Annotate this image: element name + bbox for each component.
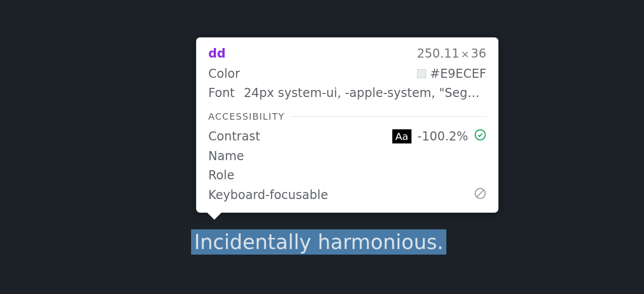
- font-value: 24px system-ui, -apple-system, "Segoe…: [244, 86, 486, 100]
- color-swatch-icon: [417, 69, 426, 78]
- keyboard-focusable-value: [474, 187, 486, 203]
- section-divider: [291, 116, 486, 117]
- keyboard-focusable-row: Keyboard-focusable: [208, 187, 486, 203]
- accessibility-title: ACCESSIBILITY: [208, 111, 285, 122]
- contrast-label: Contrast: [208, 129, 260, 143]
- inspector-tooltip: dd 250.11×36 Color #E9ECEF Font 24px sys…: [196, 37, 498, 213]
- role-label: Role: [208, 168, 235, 182]
- contrast-badge: Aa: [392, 129, 411, 143]
- keyboard-focusable-label: Keyboard-focusable: [208, 188, 328, 202]
- name-row: Name: [208, 149, 486, 163]
- contrast-value-group: Aa -100.2%: [392, 129, 486, 144]
- font-row: Font 24px system-ui, -apple-system, "Seg…: [208, 86, 486, 100]
- prohibit-icon: [474, 187, 486, 203]
- color-label: Color: [208, 67, 240, 81]
- highlighted-element[interactable]: Incidentally harmonious.: [191, 229, 446, 255]
- name-label: Name: [208, 149, 244, 163]
- element-tag: dd: [208, 46, 225, 61]
- color-row: Color #E9ECEF: [208, 67, 486, 81]
- font-label: Font: [208, 86, 235, 100]
- dimension-width: 250.11: [417, 46, 459, 61]
- dimension-height: 36: [471, 46, 486, 61]
- dimension-times-icon: ×: [459, 48, 471, 60]
- element-dimensions: 250.11×36: [417, 46, 486, 61]
- tooltip-header: dd 250.11×36: [208, 46, 486, 61]
- accessibility-section-header: ACCESSIBILITY: [208, 111, 486, 122]
- checkmark-circle-icon: [474, 129, 486, 144]
- color-value-group: #E9ECEF: [417, 67, 486, 81]
- contrast-row: Contrast Aa -100.2%: [208, 129, 486, 144]
- svg-line-2: [477, 190, 484, 197]
- contrast-percent: -100.2%: [418, 129, 468, 143]
- color-hex: #E9ECEF: [430, 67, 486, 81]
- role-row: Role: [208, 168, 486, 182]
- svg-point-0: [475, 130, 485, 140]
